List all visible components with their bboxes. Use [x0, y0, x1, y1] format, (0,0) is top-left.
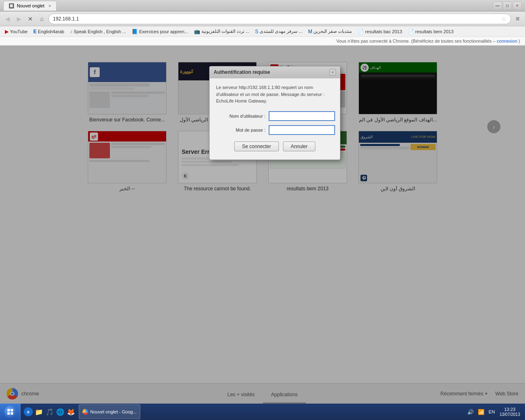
- bookmark-resultats-bac-label: resultats bac 2013: [365, 29, 402, 34]
- bookmark-youtube-label: YouTube: [10, 29, 27, 34]
- exercices-bookmark-icon: 📘: [132, 29, 138, 34]
- canaux-bookmark-icon: 📺: [194, 29, 200, 34]
- forward-button[interactable]: ▶: [14, 14, 24, 24]
- svg-rect-0: [7, 409, 10, 411]
- svg-rect-2: [7, 412, 10, 415]
- dialog-buttons: Se connecter Annuler: [216, 142, 333, 154]
- dialog-message: Le serveur http://192.168.1.1:80 requier…: [216, 84, 333, 105]
- resultats-bem-bookmark-icon: 📄: [408, 29, 414, 34]
- bookmark-sarvar-label: سرفر مهدى للمنتدى ...: [260, 29, 302, 34]
- password-input[interactable]: [269, 125, 335, 135]
- back-button[interactable]: ◀: [2, 14, 12, 24]
- notification-suffix: ): [518, 39, 520, 43]
- browser-window: 🔲 Nouvel onglet × — □ × ◀ ▶ ✕ ⌂ 192.168.…: [0, 0, 525, 404]
- dialog-body: Le serveur http://192.168.1.1:80 requier…: [210, 78, 340, 160]
- taskbar: e 📁 🎵 🌐 🦊 Nouvel onglet - Goog... 🔊 📶 EN: [0, 404, 525, 420]
- start-orb: [4, 406, 16, 418]
- taskbar-media-icon[interactable]: 🎵: [45, 407, 54, 416]
- notification-bar: Vous n'êtes pas connecté à Chrome. (Béné…: [0, 37, 525, 46]
- bookmark-canaux-label: تردد القنوات التلفزيونية ...: [201, 29, 249, 34]
- bookmark-youtube[interactable]: ▶ YouTube: [2, 28, 30, 35]
- tab-title: Nouvel onglet: [17, 3, 44, 8]
- taskbar-folder-icon[interactable]: 📁: [34, 407, 43, 416]
- bookmark-montadiats-label: منتديات صقر البحرين: [313, 29, 352, 34]
- address-text: 192.168.1.1: [53, 16, 501, 22]
- auth-dialog: Authentification requise × Le serveur ht…: [209, 66, 340, 160]
- close-button[interactable]: ×: [513, 2, 522, 10]
- connect-button[interactable]: Se connecter: [234, 142, 279, 151]
- settings-button[interactable]: ≡: [513, 14, 523, 24]
- bookmark-speak-english-label: Speak English , English ...: [73, 29, 126, 34]
- maximize-button[interactable]: □: [503, 2, 512, 10]
- sarvar-bookmark-icon: S: [255, 29, 258, 34]
- nav-bar: ◀ ▶ ✕ ⌂ 192.168.1.1 ☆ ≡: [0, 11, 525, 26]
- bookmark-montadiats[interactable]: M منتديات صقر البحرين: [306, 28, 354, 35]
- address-bar[interactable]: 192.168.1.1 ☆: [48, 14, 511, 24]
- reload-button[interactable]: ✕: [25, 14, 35, 24]
- bookmark-exercices[interactable]: 📘 Exercices pour appren...: [129, 28, 190, 35]
- notification-sub-text: (Bénéficiez de toutes ses fonctionnalité…: [411, 39, 495, 43]
- bookmark-sarvar[interactable]: S سرفر مهدى للمنتدى ...: [253, 28, 305, 35]
- clock: 13:23 13/07/2013: [498, 407, 522, 417]
- taskbar-quick-launch: e 📁 🎵 🌐 🦊: [21, 407, 78, 416]
- bookmark-english4arab-label: English4arab: [38, 29, 64, 34]
- start-button[interactable]: [0, 404, 21, 420]
- username-field-row: Nom d'utilisateur :: [216, 111, 333, 121]
- dialog-titlebar: Authentification requise ×: [210, 66, 340, 78]
- tray-volume-icon[interactable]: 🔊: [466, 407, 475, 416]
- clock-time: 13:23: [504, 407, 516, 412]
- taskbar-ie-icon[interactable]: e: [24, 407, 33, 416]
- taskbar-chrome-label: Nouvel onglet - Goog...: [90, 409, 137, 414]
- tray-network-icon[interactable]: 📶: [477, 407, 486, 416]
- bookmark-resultats-bem[interactable]: 📄 resultats bem 2013: [405, 28, 456, 35]
- youtube-bookmark-icon: ▶: [5, 29, 9, 34]
- bookmark-resultats-bem-label: resultats bem 2013: [415, 29, 454, 34]
- tab-favicon: 🔲: [9, 3, 14, 9]
- resultats-bac-bookmark-icon: 📄: [358, 29, 364, 34]
- taskbar-chrome-item[interactable]: Nouvel onglet - Goog...: [79, 404, 140, 419]
- clock-date: 13/07/2013: [500, 412, 520, 417]
- home-button[interactable]: ⌂: [37, 14, 47, 24]
- bookmark-resultats-bac[interactable]: 📄 resultats bac 2013: [355, 28, 404, 35]
- bookmarks-bar: ▶ YouTube E English4arab ♪ Speak English…: [0, 26, 525, 37]
- svg-rect-1: [11, 409, 13, 411]
- main-content: f: [0, 46, 525, 404]
- tab-close-icon[interactable]: ×: [48, 3, 51, 8]
- bookmark-canaux[interactable]: 📺 تردد القنوات التلفزيونية ...: [192, 28, 252, 35]
- bookmark-english4arab[interactable]: E English4arab: [31, 28, 66, 35]
- bookmark-exercices-label: Exercices pour appren...: [139, 29, 188, 34]
- svg-rect-3: [11, 412, 13, 415]
- english4arab-bookmark-icon: E: [33, 29, 37, 34]
- password-label: Mot de passe :: [216, 128, 265, 132]
- active-tab[interactable]: 🔲 Nouvel onglet ×: [3, 1, 57, 11]
- cancel-button[interactable]: Annuler: [283, 142, 315, 151]
- taskbar-firefox-icon[interactable]: 🦊: [66, 407, 75, 416]
- minimize-button[interactable]: —: [493, 2, 502, 10]
- title-bar: 🔲 Nouvel onglet × — □ ×: [0, 0, 525, 11]
- dialog-title: Authentification requise: [214, 69, 270, 75]
- tray-language-icon[interactable]: EN: [487, 407, 496, 416]
- username-label: Nom d'utilisateur :: [216, 114, 265, 119]
- system-tray: 🔊 📶 EN 13:23 13/07/2013: [463, 407, 525, 417]
- speak-english-bookmark-icon: ♪: [70, 29, 72, 34]
- window-controls: — □ ×: [493, 2, 522, 10]
- bookmark-speak-english[interactable]: ♪ Speak English , English ...: [67, 28, 128, 35]
- connexion-link[interactable]: connexion: [497, 39, 517, 43]
- password-field-row: Mot de passe :: [216, 125, 333, 135]
- username-input[interactable]: [269, 111, 335, 121]
- taskbar-network-icon[interactable]: 🌐: [56, 407, 65, 416]
- star-icon[interactable]: ☆: [501, 16, 507, 22]
- notification-text: Vous n'êtes pas connecté à Chrome.: [336, 39, 410, 43]
- montadiats-bookmark-icon: M: [308, 29, 312, 34]
- dialog-close-button[interactable]: ×: [329, 69, 336, 75]
